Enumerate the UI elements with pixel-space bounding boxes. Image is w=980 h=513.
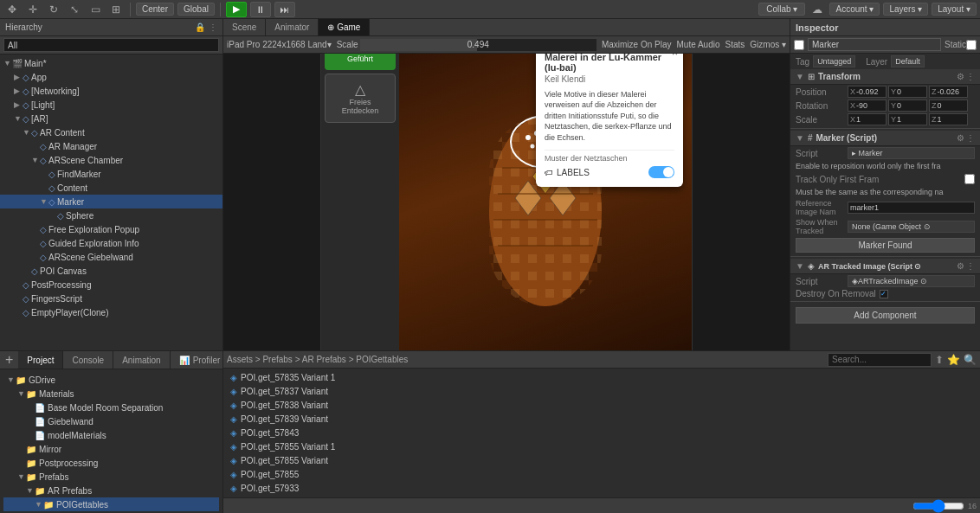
- bottom-add-btn[interactable]: +: [0, 351, 18, 369]
- folder-mirror[interactable]: 📁 Mirror: [3, 442, 219, 456]
- position-y-field[interactable]: Y0: [888, 86, 927, 98]
- tree-item-arscenegiebelwand[interactable]: ◇ ARScene Giebelwand: [0, 250, 222, 264]
- folder-modelmaterials[interactable]: 📄 modelMaterials: [3, 428, 219, 442]
- object-name-input[interactable]: [808, 38, 941, 51]
- account-btn[interactable]: Account ▾: [829, 3, 880, 16]
- ar-tracked-options-icon[interactable]: ⋮: [966, 261, 975, 271]
- tree-item-ar[interactable]: ▼ ◇ [AR]: [0, 112, 222, 125]
- rotation-x-field[interactable]: X-90: [848, 99, 887, 112]
- assets-toolbar-icon2[interactable]: ⭐: [947, 354, 960, 366]
- position-z-field[interactable]: Z-0.026: [929, 86, 968, 98]
- tab-console[interactable]: Console: [63, 351, 113, 369]
- folder-giebelwand[interactable]: 📄 Giebelwand: [3, 414, 219, 428]
- pivot-mode-btn[interactable]: Center: [136, 3, 174, 16]
- asset-item-57933[interactable]: ◈ POI.get_57933: [225, 481, 978, 495]
- tree-item-guidedinfo[interactable]: ◇ Guided Exploration Info: [0, 236, 222, 250]
- asset-item-57839[interactable]: ◈ POI.get_57839 Variant: [225, 412, 978, 426]
- toolbar-rotate-icon[interactable]: ↻: [45, 1, 62, 18]
- marker-script-gear-icon[interactable]: ⚙: [957, 133, 964, 143]
- assets-toolbar-icon1[interactable]: ⬆: [935, 354, 944, 366]
- cloud-icon[interactable]: ☁: [809, 1, 826, 18]
- add-component-btn[interactable]: Add Component: [796, 307, 975, 324]
- popup-close-btn[interactable]: ×: [672, 54, 678, 59]
- transform-arrow[interactable]: ▼: [796, 72, 804, 81]
- scale-input[interactable]: 0.494: [360, 39, 596, 51]
- show-when-value[interactable]: None (Game Object ⊙: [848, 221, 975, 233]
- tree-item-findmarker[interactable]: ◇ FindMarker: [0, 167, 222, 181]
- labels-toggle[interactable]: [648, 166, 674, 178]
- assets-toolbar-icon3[interactable]: 🔍: [964, 354, 977, 366]
- hierarchy-search-input[interactable]: [3, 38, 219, 52]
- tree-item-postprocessing[interactable]: ◇ PostProcessing: [0, 278, 222, 292]
- pause-button[interactable]: ⏸: [250, 2, 271, 17]
- assets-search-input[interactable]: [828, 353, 932, 367]
- assets-size-slider[interactable]: [912, 502, 964, 510]
- ref-image-value[interactable]: marker1: [848, 202, 975, 214]
- toolbar-move-icon[interactable]: ✛: [24, 1, 42, 18]
- toolbar-transform-icon[interactable]: ⊞: [107, 1, 125, 18]
- tab-project[interactable]: Project: [18, 351, 63, 369]
- tree-item-poicanvas[interactable]: ◇ POI Canvas: [0, 264, 222, 278]
- scale-y-field[interactable]: Y1: [888, 113, 927, 125]
- transform-options-icon[interactable]: ⋮: [966, 72, 975, 81]
- tab-game[interactable]: ⊕ Game: [319, 19, 370, 35]
- script-value[interactable]: ▸ Marker: [848, 147, 975, 159]
- toolbar-hand-icon[interactable]: ✥: [3, 1, 21, 18]
- track-only-checkbox[interactable]: [964, 174, 975, 184]
- ar-menu-guided[interactable]: 👁 Geführt: [325, 54, 396, 70]
- asset-item-57838[interactable]: ◈ POI.get_57838 Variant: [225, 398, 978, 412]
- pivot-space-btn[interactable]: Global: [177, 3, 215, 16]
- tree-item-emptyplayer[interactable]: ◇ EmptyPlayer(Clone): [0, 305, 222, 319]
- scale-x-field[interactable]: X1: [848, 113, 887, 125]
- ar-script-value[interactable]: ◈ARTrackedImage ⊙: [848, 275, 975, 287]
- maximize-on-play[interactable]: Maximize On Play: [602, 40, 672, 49]
- folder-materials[interactable]: ▼ 📁 Materials: [3, 387, 219, 401]
- ar-tracked-gear-icon[interactable]: ⚙: [957, 261, 964, 271]
- collab-btn[interactable]: Collab ▾: [758, 3, 805, 16]
- tree-item-arscene[interactable]: ▼ ◇ ARScene Chamber: [0, 153, 222, 167]
- tree-item-content[interactable]: ◇ Content: [0, 181, 222, 195]
- tree-item-freeexplore[interactable]: ◇ Free Exploration Popup: [0, 222, 222, 236]
- marker-found-btn[interactable]: Marker Found: [796, 238, 975, 253]
- destroy-checkbox[interactable]: [880, 290, 888, 298]
- mute-audio-btn[interactable]: Mute Audio: [676, 40, 719, 49]
- object-enabled-checkbox[interactable]: [794, 40, 804, 50]
- layer-value[interactable]: Default: [891, 55, 925, 67]
- tree-item-app[interactable]: ▶ ◇ App: [0, 70, 222, 84]
- tab-profiler[interactable]: 📊 Profiler: [171, 351, 230, 369]
- toolbar-scale-icon[interactable]: ⤡: [66, 1, 83, 18]
- scale-z-field[interactable]: Z1: [929, 113, 968, 125]
- layout-btn[interactable]: Layout ▾: [932, 3, 977, 16]
- folder-ar-prefabs[interactable]: ▼ 📁 AR Prefabs: [3, 484, 219, 497]
- stats-btn[interactable]: Stats: [725, 40, 745, 49]
- asset-item-57835[interactable]: ◈ POI.get_57835 Variant 1: [225, 370, 978, 384]
- marker-script-options-icon[interactable]: ⋮: [966, 133, 975, 143]
- tab-animation[interactable]: Animation: [113, 351, 170, 369]
- layers-btn[interactable]: Layers ▾: [883, 3, 928, 16]
- static-checkbox[interactable]: [966, 40, 977, 50]
- folder-postprocessing-bottom[interactable]: 📁 Postprocessing: [3, 456, 219, 470]
- rotation-y-field[interactable]: Y0: [888, 99, 927, 112]
- asset-item-57855v1[interactable]: ◈ POI.get_57855 Variant 1: [225, 439, 978, 453]
- asset-item-57837[interactable]: ◈ POI.get_57837 Variant: [225, 384, 978, 398]
- folder-gdrive[interactable]: ▼ 📁 GDrive: [3, 373, 219, 387]
- asset-item-57855v[interactable]: ◈ POI.get_57855 Variant: [225, 453, 978, 467]
- asset-item-57855[interactable]: ◈ POI.get_57855: [225, 467, 978, 481]
- display-selector[interactable]: iPad Pro 2224x1668 Land▾: [227, 40, 332, 49]
- tree-item-arcontent[interactable]: ▼ ◇ AR Content: [0, 125, 222, 139]
- tree-item-armanager[interactable]: ◇ AR Manager: [0, 139, 222, 153]
- ar-tracked-arrow[interactable]: ▼: [796, 261, 804, 271]
- tree-item-main[interactable]: ▼ 🎬 Main*: [0, 56, 222, 70]
- play-button[interactable]: ▶: [226, 2, 247, 17]
- gizmos-btn[interactable]: Gizmos ▾: [750, 40, 786, 49]
- step-button[interactable]: ⏭: [274, 2, 295, 17]
- transform-gear-icon[interactable]: ⚙: [957, 72, 964, 81]
- position-x-field[interactable]: X-0.092: [848, 86, 887, 98]
- tab-animator[interactable]: Animator: [266, 19, 319, 35]
- folder-basemodel[interactable]: 📄 Base Model Room Separation: [3, 401, 219, 414]
- tab-scene[interactable]: Scene: [223, 19, 266, 35]
- hierarchy-lock-icon[interactable]: 🔒: [195, 22, 205, 32]
- tag-value[interactable]: Untagged: [813, 55, 855, 67]
- folder-poigettables[interactable]: ▼ 📁 POIGettables: [3, 497, 219, 511]
- tree-item-sphere[interactable]: ◇ Sphere: [0, 208, 222, 222]
